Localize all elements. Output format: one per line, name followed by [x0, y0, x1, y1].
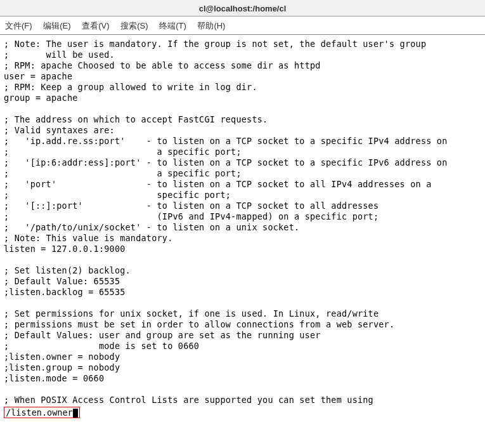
- vim-command-text: /listen.owner: [6, 407, 73, 418]
- menu-view[interactable]: 查看(V): [82, 21, 109, 30]
- menu-terminal[interactable]: 终端(T): [159, 21, 186, 30]
- menu-edit[interactable]: 编辑(E): [43, 21, 70, 30]
- menu-file[interactable]: 文件(F): [5, 21, 32, 30]
- menu-search[interactable]: 搜索(S): [120, 21, 148, 30]
- vim-command-line[interactable]: /listen.owner: [4, 407, 80, 418]
- terminal-output[interactable]: ; Note: The user is mandatory. If the gr…: [0, 35, 485, 405]
- window-titlebar: cl@localhost:/home/cl: [0, 0, 485, 16]
- menu-help[interactable]: 帮助(H): [197, 21, 225, 30]
- window-title: cl@localhost:/home/cl: [199, 4, 287, 13]
- menubar: 文件(F) 编辑(E) 查看(V) 搜索(S) 终端(T) 帮助(H): [0, 16, 485, 35]
- text-cursor: [73, 409, 78, 418]
